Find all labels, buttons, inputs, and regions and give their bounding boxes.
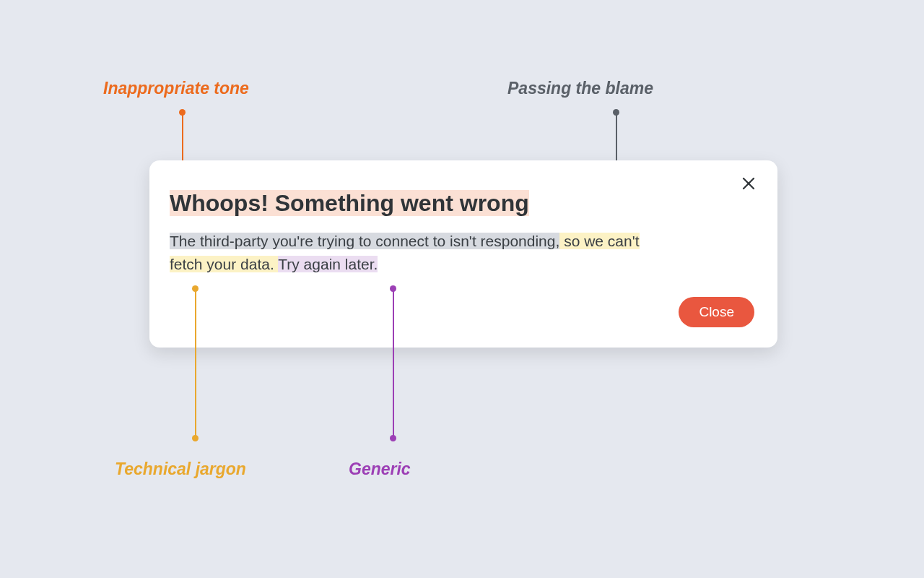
annotation-tone-label: Inappropriate tone [103,79,249,98]
annotation-generic-label: Generic [349,460,411,479]
dialog-body: The third-party you're trying to connect… [170,230,754,319]
close-icon[interactable] [740,175,760,195]
dialog-title: Whoops! Something went wrong [170,190,529,216]
body-jargon-segment-1: so we can't [559,233,639,249]
dialog-title-wrap: Whoops! Something went wrong [170,189,754,217]
body-generic-segment: Try again later. [278,256,378,272]
body-blame-segment: The third-party you're trying to connect… [170,233,559,249]
annotation-jargon-line [195,288,196,436]
error-dialog: Whoops! Something went wrong The third-p… [149,160,777,348]
body-jargon-segment-2: fetch your data. [170,256,278,272]
close-button[interactable]: Close [679,297,754,327]
annotation-blame-label: Passing the blame [507,79,653,98]
annotation-jargon-dot-bottom [192,435,199,441]
annotation-generic-dot-bottom [390,435,396,441]
annotation-jargon-label: Technical jargon [115,460,246,479]
annotation-generic-line [393,288,394,436]
